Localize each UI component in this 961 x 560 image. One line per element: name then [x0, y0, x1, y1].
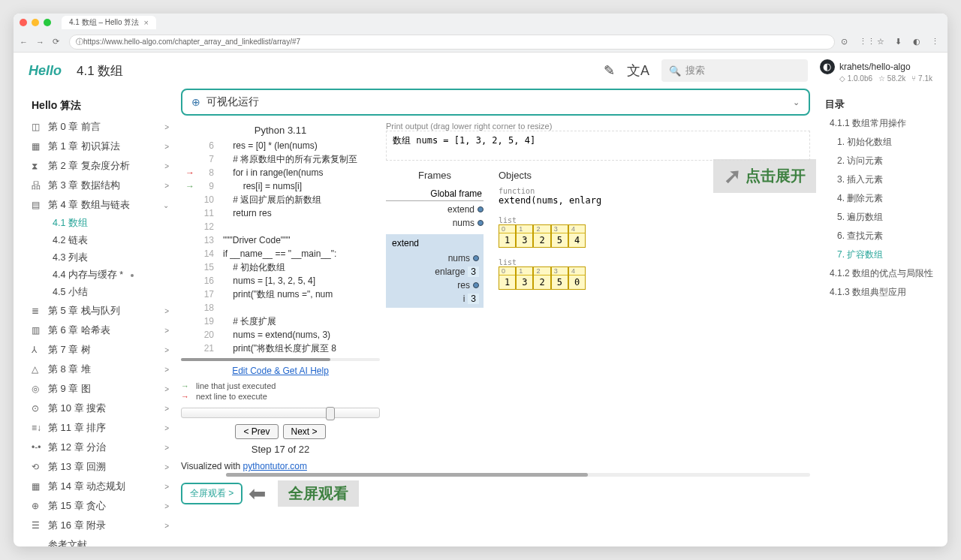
viz-accordion-header[interactable]: ⊕ 可视化运行 ⌄ — [181, 89, 810, 116]
sidebar-item[interactable]: ☰第 16 章 附录> — [26, 516, 175, 535]
address-bar[interactable]: ⓘ https://www.hello-algo.com/chapter_arr… — [69, 35, 835, 50]
sidebar-nav: Hello 算法 ◫第 0 章 前言>▦第 1 章 初识算法>⧗第 2 章 复杂… — [14, 89, 175, 546]
sidebar-heading: Hello 算法 — [26, 95, 175, 117]
logo[interactable]: Hello — [29, 63, 62, 79]
sidebar-item[interactable]: ◎第 9 章 图> — [26, 379, 175, 399]
chapter-icon: ▦ — [32, 481, 44, 492]
chapter-icon: ⅄ — [32, 345, 44, 355]
chevron-icon: > — [164, 522, 169, 530]
sidebar-item[interactable]: △第 8 章 堆> — [26, 360, 175, 379]
sidebar-item[interactable]: ⊙第 10 章 搜索> — [26, 399, 175, 418]
arrow-left-icon: ⬅ — [249, 481, 266, 506]
sidebar-item[interactable]: ⟲第 13 章 回溯> — [26, 457, 175, 477]
profile-icon[interactable]: ◐ — [913, 37, 923, 47]
maximize-window[interactable] — [44, 19, 51, 26]
browser-tab-bar: 4.1 数组 – Hello 算法 × — [14, 14, 947, 32]
sidebar-item[interactable]: ◫第 0 章 前言> — [26, 117, 175, 137]
browser-tab[interactable]: 4.1 数组 – Hello 算法 × — [62, 16, 156, 29]
toc-subitem[interactable]: 2. 访问元素 — [825, 152, 938, 170]
code-line: →9 res[i] = nums[i] — [181, 179, 380, 193]
extensions-icon[interactable]: ⋮⋮ — [859, 37, 869, 47]
chapter-icon: ⟲ — [32, 462, 44, 472]
close-tab-icon[interactable]: × — [143, 18, 148, 27]
chevron-icon: > — [164, 405, 169, 413]
sidebar-item[interactable]: ≣第 5 章 栈与队列> — [26, 301, 175, 321]
sidebar-item[interactable]: ≡↓第 11 章 排序> — [26, 418, 175, 438]
chapter-icon: 品 — [32, 179, 44, 192]
chevron-icon: > — [164, 366, 169, 374]
runtime-panel: Print output (drag lower right corner to… — [386, 122, 810, 471]
main-content: ⊕ 可视化运行 ⌄ Python 3.11 6 res = [0] * (len… — [175, 89, 816, 546]
next-button[interactable]: Next > — [283, 424, 326, 439]
reload-icon[interactable]: ⟳ — [53, 37, 63, 47]
sidebar-item[interactable]: ▥第 6 章 哈希表> — [26, 321, 175, 340]
code-h-scrollbar[interactable] — [181, 358, 380, 361]
minimize-window[interactable] — [32, 19, 39, 26]
legend-next: →next line to execute — [181, 391, 380, 402]
sidebar-item[interactable]: ▦第 1 章 初识算法> — [26, 137, 175, 156]
search-input[interactable]: 🔍 搜索 — [661, 59, 808, 82]
back-icon[interactable]: ← — [20, 37, 30, 47]
sidebar-item[interactable]: ⊕第 15 章 贪心> — [26, 496, 175, 516]
python-version: Python 3.11 — [181, 122, 380, 139]
sidebar-subitem[interactable]: 4.1 数组 — [47, 215, 175, 232]
search-icon[interactable]: ⊙ — [841, 37, 851, 47]
chapter-icon: △ — [32, 364, 44, 375]
fullscreen-button[interactable]: 全屏观看 > — [181, 483, 243, 504]
toc-item[interactable]: 4.1.2 数组的优点与局限性 — [825, 264, 938, 283]
edit-code-link[interactable]: Edit Code & Get AI Help — [181, 361, 380, 381]
print-output-label: Print output (drag lower right corner to… — [386, 122, 810, 131]
toc-item[interactable]: 4.1.3 数组典型应用 — [825, 283, 938, 302]
sidebar-item[interactable]: 品第 3 章 数据结构> — [26, 176, 175, 195]
table-of-contents: 目录 4.1.1 数组常用操作1. 初始化数组2. 访问元素3. 插入元素4. … — [816, 89, 947, 546]
prev-button[interactable]: < Prev — [235, 424, 278, 439]
menu-icon[interactable]: ⋮ — [931, 37, 941, 47]
bookmark-icon[interactable]: ☆ — [877, 37, 887, 47]
toc-subitem[interactable]: 1. 初始化数组 — [825, 133, 938, 152]
code-line: 12 — [181, 220, 380, 233]
toc-subitem[interactable]: 4. 删除元素 — [825, 189, 938, 208]
download-icon[interactable]: ⬇ — [895, 37, 905, 47]
close-window[interactable] — [20, 19, 27, 26]
toc-subitem[interactable]: 5. 遍历数组 — [825, 208, 938, 227]
chapter-icon: ◫ — [32, 122, 44, 132]
frames-header: Frames — [386, 170, 484, 181]
list-label: list — [499, 258, 810, 266]
theme-icon[interactable]: ✎ — [604, 62, 615, 79]
list-cell: 22 — [533, 266, 550, 290]
step-counter: Step 17 of 22 — [181, 444, 380, 455]
sidebar-subitem[interactable]: 4.3 列表 — [47, 249, 175, 266]
browser-toolbar: ← → ⟳ ⓘ https://www.hello-algo.com/chapt… — [14, 32, 947, 53]
forward-icon[interactable]: → — [36, 37, 47, 47]
search-icon: 🔍 — [669, 65, 681, 77]
sidebar-subitem[interactable]: 4.5 小结 — [47, 284, 175, 301]
sidebar-subitem[interactable]: 4.4 内存与缓存 * — [47, 266, 175, 284]
page-title: 4.1 数组 — [77, 62, 123, 80]
sidebar-item[interactable]: 参考文献 — [26, 535, 175, 546]
toc-item[interactable]: 4.1.1 数组常用操作 — [825, 114, 938, 133]
list-cell: 13 — [516, 224, 533, 248]
toc-subitem[interactable]: 6. 查找元素 — [825, 227, 938, 245]
content-h-scrollbar[interactable] — [226, 473, 810, 477]
language-icon[interactable]: 文A — [627, 62, 649, 80]
code-line: 6 res = [0] * (len(nums) — [181, 139, 380, 152]
legend-executed: →line that just executed — [181, 381, 380, 391]
sidebar-subitem[interactable]: 4.2 链表 — [47, 232, 175, 249]
pointer-icon — [473, 282, 479, 288]
list-label: list — [499, 216, 810, 224]
chevron-icon: > — [164, 502, 169, 510]
sidebar-item[interactable]: ▦第 14 章 动态规划> — [26, 477, 175, 496]
sidebar-item[interactable]: •-•第 12 章 分治> — [26, 438, 175, 457]
sidebar-item[interactable]: ⧗第 2 章 复杂度分析> — [26, 156, 175, 176]
print-output: 数组 nums = [1, 3, 2, 5, 4] — [386, 131, 810, 161]
list-cell: 01 — [499, 224, 516, 248]
pointer-icon — [477, 220, 484, 226]
step-slider[interactable] — [181, 408, 380, 418]
toc-subitem[interactable]: 7. 扩容数组 — [825, 245, 938, 264]
github-link[interactable]: ◐ krahets/hello-algo ◇ 1.0.0b6 ☆ 58.2k ⑂… — [820, 59, 932, 83]
sidebar-item[interactable]: ⅄第 7 章 树> — [26, 340, 175, 360]
sidebar-item[interactable]: ▤第 4 章 数组与链表⌄ — [26, 195, 175, 215]
annotation-fullscreen: 全屏观看 — [278, 480, 359, 507]
pythontutor-link[interactable]: pythontutor.com — [243, 461, 307, 471]
toc-subitem[interactable]: 3. 插入元素 — [825, 170, 938, 189]
